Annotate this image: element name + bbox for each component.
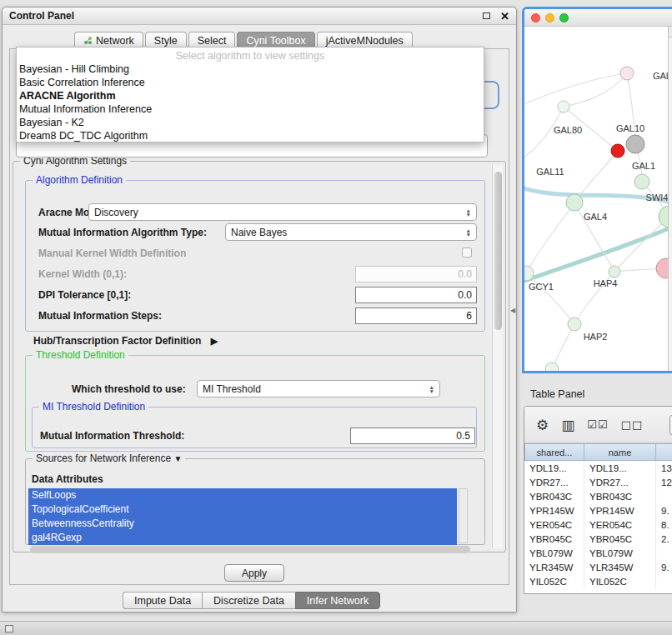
close-icon[interactable]: ✕ bbox=[500, 11, 509, 22]
table-row[interactable]: YER054CYER054C8. bbox=[524, 518, 672, 532]
table-cell[interactable] bbox=[656, 574, 672, 588]
table-cell[interactable]: 9. bbox=[656, 560, 672, 574]
table-cell[interactable]: 12 bbox=[656, 475, 672, 489]
network-edge[interactable] bbox=[524, 222, 672, 283]
data-attributes-list[interactable]: SelfLoopsTopologicalCoefficientBetweenne… bbox=[28, 488, 457, 545]
table-cell[interactable]: 8. bbox=[656, 518, 672, 532]
algorithm-option[interactable]: Bayesian - K2 bbox=[17, 116, 484, 129]
algorithm-option[interactable]: ARACNE Algorithm bbox=[17, 89, 484, 102]
table-cell[interactable]: YBR045C bbox=[524, 532, 584, 546]
column-header-partial[interactable] bbox=[656, 443, 672, 461]
float-window-icon[interactable] bbox=[483, 12, 490, 19]
expand-arrow-icon[interactable]: ▼ bbox=[173, 454, 182, 463]
close-traffic-light-icon[interactable] bbox=[531, 13, 540, 22]
table-cell[interactable]: YPR145W bbox=[584, 503, 656, 518]
network-scrollbar-button[interactable] bbox=[669, 27, 672, 38]
table-cell[interactable]: 13 bbox=[656, 461, 672, 475]
network-node[interactable] bbox=[545, 362, 559, 373]
control-panel-titlebar[interactable]: Control Panel ✕ bbox=[3, 8, 516, 25]
table-cell[interactable]: YBL079W bbox=[524, 546, 584, 560]
dpi-tolerance-field[interactable]: 0.0 bbox=[355, 287, 477, 303]
table-row[interactable]: YBL079WYBL079W bbox=[524, 546, 672, 560]
mi-steps-field[interactable]: 6 bbox=[355, 308, 477, 324]
table-cell[interactable]: YLR345W bbox=[584, 560, 656, 574]
tab-infer-network[interactable]: Infer Network bbox=[295, 592, 380, 609]
mi-threshold-field[interactable]: 0.5 bbox=[350, 428, 475, 444]
settings-scrollbar-thumb[interactable] bbox=[494, 172, 502, 330]
network-canvas[interactable]: GAL7GAL80GAL10GAL11GAL1SWI4GAL4GCY1HAP4H… bbox=[524, 27, 672, 371]
apply-button[interactable]: Apply bbox=[224, 564, 284, 582]
tab-impute-data[interactable]: Impute Data bbox=[123, 592, 202, 609]
algorithm-option[interactable]: Basic Correlation Inference bbox=[17, 76, 484, 89]
table-cell[interactable]: 9. bbox=[656, 503, 672, 518]
table-cell[interactable]: YDL19... bbox=[584, 461, 656, 475]
table-row[interactable]: YLR345WYLR345W9. bbox=[524, 560, 672, 574]
network-edge[interactable] bbox=[526, 202, 574, 273]
kernel-width-field[interactable]: 0.0 bbox=[355, 266, 477, 282]
settings-scrollbar[interactable] bbox=[492, 165, 503, 548]
mi-algorithm-type-combobox[interactable]: Naive Bayes ▲▼ bbox=[225, 223, 477, 241]
table-cell[interactable]: YER054C bbox=[524, 518, 584, 532]
table-cell[interactable]: YPR145W bbox=[524, 503, 584, 518]
select-all-columns-icon[interactable]: ☑☑ bbox=[587, 418, 608, 431]
network-edge[interactable] bbox=[627, 73, 635, 144]
column-header-shared[interactable]: shared... bbox=[524, 443, 584, 461]
network-view-window[interactable]: GAL7GAL80GAL10GAL11GAL1SWI4GAL4GCY1HAP4H… bbox=[522, 7, 672, 373]
network-node[interactable] bbox=[611, 144, 624, 158]
data-attribute-item[interactable]: gal4RGexp bbox=[28, 531, 457, 545]
network-node[interactable] bbox=[558, 101, 569, 112]
algorithm-option[interactable]: Bayesian - Hill Climbing bbox=[17, 62, 484, 76]
table-cell[interactable]: YIL052C bbox=[584, 574, 656, 588]
table-row[interactable]: YDR27...YDR27...12 bbox=[524, 475, 672, 489]
columns-icon[interactable]: ▥ bbox=[561, 417, 574, 433]
table-row[interactable]: YBR043CYBR043C bbox=[524, 489, 672, 503]
table-cell[interactable]: 2. bbox=[656, 532, 672, 546]
deselect-all-columns-icon[interactable]: □□ bbox=[621, 418, 644, 431]
panel-toggle-icon[interactable] bbox=[5, 625, 13, 632]
panel-splitter-arrow-icon[interactable]: ◀ bbox=[510, 307, 515, 314]
network-node[interactable] bbox=[626, 135, 644, 153]
which-threshold-combobox[interactable]: MI Threshold ▲▼ bbox=[197, 380, 440, 398]
network-node[interactable] bbox=[609, 266, 620, 278]
settings-horizontal-scrollbar[interactable] bbox=[30, 546, 470, 553]
table-cell[interactable]: YDL19... bbox=[524, 461, 584, 475]
data-attribute-item[interactable]: SelfLoops bbox=[28, 488, 457, 502]
gear-icon[interactable]: ⚙ bbox=[536, 417, 549, 433]
table-row[interactable]: YIL052CYIL052C bbox=[524, 574, 672, 588]
network-node[interactable] bbox=[566, 194, 583, 211]
tab-discretize-data[interactable]: Discretize Data bbox=[202, 592, 295, 609]
table-row[interactable]: YPR145WYPR145W9. bbox=[524, 503, 672, 518]
table-cell[interactable]: YBR043C bbox=[524, 489, 584, 503]
network-edge[interactable] bbox=[552, 324, 574, 369]
network-scrollbar[interactable] bbox=[668, 27, 672, 371]
attributes-list-scrollbar[interactable] bbox=[459, 488, 468, 543]
minimize-traffic-light-icon[interactable] bbox=[545, 13, 554, 22]
algorithm-option[interactable]: Dream8 DC_TDC Algorithm bbox=[17, 129, 484, 142]
network-node[interactable] bbox=[634, 174, 649, 189]
table-cell[interactable]: YBR043C bbox=[584, 489, 656, 503]
network-edge[interactable] bbox=[524, 73, 627, 106]
table-cell[interactable]: YBR045C bbox=[584, 532, 656, 546]
network-window-titlebar[interactable] bbox=[524, 9, 672, 27]
hub-section-toggle[interactable]: Hub/Transcription Factor Definition ▶ bbox=[33, 335, 218, 347]
zoom-traffic-light-icon[interactable] bbox=[559, 13, 569, 22]
network-node[interactable] bbox=[620, 67, 634, 80]
column-header-name[interactable]: name bbox=[584, 443, 656, 461]
table-cell[interactable]: YBL079W bbox=[584, 546, 656, 560]
table-cell[interactable]: YDR27... bbox=[524, 475, 584, 489]
collapse-arrow-icon[interactable]: ▶ bbox=[211, 336, 218, 346]
sources-legend[interactable]: Sources for Network Inference ▼ bbox=[33, 452, 185, 464]
table-row[interactable]: YBR045CYBR045C2. bbox=[524, 532, 672, 546]
data-attribute-item[interactable]: TopologicalCoefficient bbox=[28, 502, 457, 517]
network-edge[interactable] bbox=[564, 73, 627, 107]
table-cell[interactable] bbox=[656, 489, 672, 503]
network-node[interactable] bbox=[568, 318, 581, 331]
table-cell[interactable]: YIL052C bbox=[524, 574, 584, 588]
table-cell[interactable] bbox=[656, 546, 672, 560]
table-cell[interactable]: YDR27... bbox=[584, 475, 656, 489]
algorithm-option[interactable]: Mutual Information Inference bbox=[17, 102, 484, 116]
table-cell[interactable]: YLR345W bbox=[524, 560, 584, 574]
manual-kernel-checkbox[interactable] bbox=[462, 248, 472, 258]
data-attribute-item[interactable]: BetweennessCentrality bbox=[28, 517, 457, 531]
table-row[interactable]: YDL19...YDL19...13 bbox=[524, 461, 672, 475]
